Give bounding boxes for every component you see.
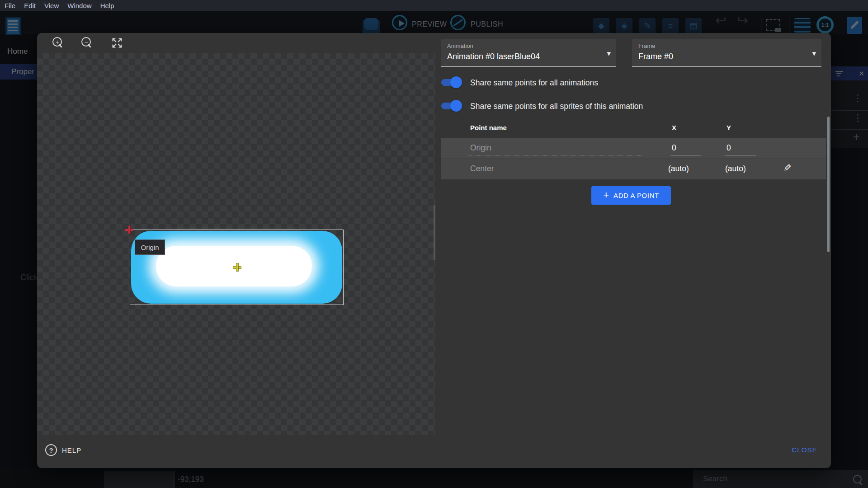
animation-select-label: Animation [447,42,473,49]
point-y-field[interactable]: 0 [726,143,731,153]
point-x-field[interactable]: 0 [672,143,676,153]
add-a-point-label: ADD A POINT [613,192,659,199]
zoom-out-icon[interactable]: − [81,37,94,49]
app-window: File Edit View Window Help PREVIEW PUBLI… [0,0,868,488]
column-header-x: X [672,124,676,131]
canvas-scrollbar[interactable] [434,205,435,260]
point-name-field: Origin [470,143,491,153]
menu-view[interactable]: View [44,2,59,9]
fit-to-screen-icon[interactable] [111,37,123,49]
plus-icon: + [603,190,609,200]
canvas-toolbar: + − [37,33,437,53]
toggle-thumb [450,76,462,88]
close-button[interactable]: CLOSE [792,446,817,454]
animation-select[interactable]: Animation Animation #0 laserBlue04 ▾ [441,39,616,67]
table-row-center: Center (auto) (auto) ✎ [441,159,826,179]
dialog-footer: ? HELP CLOSE [37,435,831,468]
help-label: HELP [62,446,81,454]
frame-select[interactable]: Frame Frame #0 ▾ [632,39,821,67]
share-points-all-sprites-toggle[interactable] [441,100,462,112]
toggle-thumb [450,100,462,112]
point-name-underline [469,176,644,176]
add-a-point-button[interactable]: + ADD A POINT [591,186,671,205]
table-row-origin: Origin 0 0 [441,138,826,159]
sprite-canvas[interactable]: Origin [37,53,435,435]
animation-select-value: Animation #0 laserBlue04 [447,52,540,61]
edit-points-dialog: + − [37,33,831,468]
point-name-underline [469,155,644,155]
origin-point-tooltip: Origin [135,239,165,255]
point-x-field: (auto) [668,164,689,174]
share-points-all-animations-label: Share same points for all animations [470,78,598,88]
menu-window[interactable]: Window [67,2,91,9]
column-header-y: Y [726,124,731,131]
point-y-underline [725,155,756,155]
help-button[interactable]: ? HELP [45,444,81,456]
share-points-all-sprites-label: Share same points for all sprites of thi… [470,102,643,111]
frame-select-value: Frame #0 [638,52,673,61]
menu-file[interactable]: File [5,2,15,9]
share-points-all-animations-toggle[interactable] [441,76,462,88]
chevron-down-icon: ▾ [607,49,611,58]
origin-point-marker[interactable] [125,226,133,234]
help-icon: ? [45,444,57,456]
column-header-point-name: Point name [470,124,507,131]
point-x-underline [670,155,701,155]
point-y-field: (auto) [725,164,746,174]
center-point-marker[interactable] [233,263,241,271]
point-name-field: Center [470,164,494,174]
frame-select-label: Frame [638,42,656,49]
dialog-scrollbar[interactable] [827,117,830,252]
zoom-in-icon[interactable]: + [52,37,65,49]
menu-edit[interactable]: Edit [24,2,36,9]
chevron-down-icon: ▾ [812,49,816,58]
menu-help[interactable]: Help [100,2,114,9]
edit-point-icon[interactable]: ✎ [783,163,792,174]
magnifier-handle [87,44,91,47]
menu-bar: File Edit View Window Help [0,0,868,11]
magnifier-handle [58,44,62,47]
